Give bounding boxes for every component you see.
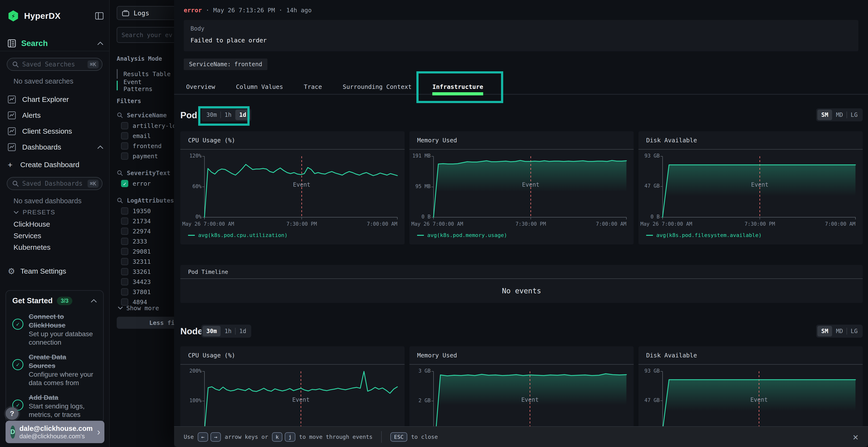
checkbox[interactable] bbox=[121, 122, 128, 129]
saved-searches-input[interactable]: ⌘K bbox=[7, 58, 102, 71]
size-option[interactable]: LG bbox=[847, 110, 862, 120]
filter-option[interactable]: 33261 bbox=[117, 267, 174, 277]
filter-group: ServiceName artillery-loa emai bbox=[117, 110, 174, 161]
checkbox[interactable] bbox=[121, 142, 128, 149]
size-option[interactable]: SM bbox=[817, 326, 832, 337]
size-option-label: MD bbox=[836, 328, 843, 335]
checklist-item[interactable]: ✓ Add Data Start sending logs, metrics, … bbox=[12, 393, 97, 419]
checkbox[interactable] bbox=[121, 132, 128, 139]
get-started-card: Get Started 3/3 ✓ Connect to ClickHouse … bbox=[5, 290, 104, 423]
event-marker-label: Event bbox=[522, 181, 539, 188]
range-option[interactable]: 1d bbox=[235, 326, 250, 337]
event-search-field[interactable] bbox=[122, 32, 174, 38]
detail-tab[interactable]: Infrastructure bbox=[432, 79, 483, 94]
checklist-item[interactable]: ✓ Create Data Sources Configure where yo… bbox=[12, 353, 97, 387]
checkbox[interactable] bbox=[121, 248, 128, 255]
filter-option[interactable]: frontend bbox=[117, 141, 174, 151]
size-option[interactable]: SM bbox=[817, 110, 832, 120]
range-option[interactable]: 30m bbox=[203, 110, 221, 120]
filter-options: 19350 21734 22974 bbox=[117, 206, 174, 307]
analysis-mode-option[interactable]: Event Patterns bbox=[117, 80, 174, 91]
journal-icon bbox=[8, 39, 16, 47]
filter-option[interactable]: 22974 bbox=[117, 226, 174, 236]
saved-dashboards-input[interactable]: ⌘K bbox=[7, 177, 102, 190]
filter-option[interactable]: 29081 bbox=[117, 246, 174, 256]
filter-option[interactable]: 37801 bbox=[117, 287, 174, 297]
checkbox[interactable] bbox=[121, 238, 128, 245]
checkbox[interactable] bbox=[121, 207, 128, 215]
range-option[interactable]: 30m bbox=[203, 326, 221, 337]
checkbox[interactable] bbox=[121, 228, 128, 235]
detail-tab[interactable]: Surrounding Context bbox=[343, 79, 411, 94]
filter-option-label: email bbox=[133, 133, 151, 139]
filter-option[interactable]: artillery-loa bbox=[117, 121, 174, 131]
filter-group-header[interactable]: ServiceName bbox=[117, 110, 174, 121]
sidebar-item-search[interactable]: Search bbox=[8, 37, 103, 50]
analysis-mode-option-label: Results Table bbox=[123, 71, 171, 77]
less-filters-button[interactable]: Less fil bbox=[117, 317, 174, 329]
user-account-button[interactable]: D dale@clickhouse.com dale@clickhouse.co… bbox=[5, 421, 104, 443]
checkbox[interactable] bbox=[121, 278, 128, 285]
preset-dashboard-link[interactable]: ClickHouse bbox=[13, 218, 51, 230]
close-icon[interactable]: ✕ bbox=[853, 432, 858, 442]
checkbox[interactable] bbox=[121, 288, 128, 296]
team-settings-button[interactable]: ⚙ Team Settings bbox=[8, 265, 103, 278]
sidebar-nav-label: Dashboards bbox=[22, 143, 61, 151]
filter-option-label: frontend bbox=[133, 143, 161, 149]
filter-option[interactable]: 21734 bbox=[117, 216, 174, 226]
filter-option[interactable]: 34423 bbox=[117, 277, 174, 287]
event-search-input[interactable] bbox=[117, 27, 174, 43]
filter-option[interactable]: payment bbox=[117, 151, 174, 161]
service-name-tag[interactable]: ServiceName: frontend bbox=[184, 59, 268, 70]
preset-label: Services bbox=[13, 232, 41, 240]
checkbox[interactable] bbox=[121, 180, 128, 187]
checkbox[interactable] bbox=[121, 152, 128, 160]
show-more-toggle[interactable]: Show more bbox=[117, 303, 159, 313]
chevron-up-icon[interactable] bbox=[91, 299, 97, 303]
help-button[interactable]: ? bbox=[5, 407, 19, 420]
sidebar-nav-item[interactable]: Client Sessions bbox=[8, 123, 103, 139]
preset-dashboard-link[interactable]: Services bbox=[13, 230, 51, 242]
filter-group-header[interactable]: LogAttributes bbox=[117, 195, 174, 206]
analysis-mode-list: Results Table Event Patterns bbox=[117, 68, 174, 91]
create-dashboard-button[interactable]: + Create Dashboard bbox=[8, 159, 103, 171]
team-settings-label: Team Settings bbox=[20, 267, 66, 275]
size-option[interactable]: MD bbox=[832, 110, 847, 120]
checkbox[interactable] bbox=[121, 268, 128, 275]
size-option[interactable]: LG bbox=[847, 326, 862, 337]
preset-dashboard-link[interactable]: Kubernetes bbox=[13, 242, 51, 253]
filter-option[interactable]: error bbox=[117, 178, 174, 188]
checkbox[interactable] bbox=[121, 258, 128, 265]
filter-option[interactable]: email bbox=[117, 131, 174, 141]
gear-icon: ⚙ bbox=[8, 266, 15, 276]
detail-tab[interactable]: Overview bbox=[186, 79, 215, 94]
range-option[interactable]: 1h bbox=[221, 110, 235, 120]
collapse-sidebar-icon[interactable] bbox=[95, 12, 103, 20]
sidebar-nav-item[interactable]: Dashboards bbox=[8, 139, 103, 155]
checklist-item[interactable]: ✓ Connect to ClickHouse Set up your data… bbox=[12, 312, 97, 347]
sidebar-nav-item[interactable]: Chart Explorer bbox=[8, 92, 103, 107]
saved-searches-field[interactable] bbox=[22, 61, 84, 68]
checkbox[interactable] bbox=[121, 217, 128, 225]
detail-tab[interactable]: Trace bbox=[304, 79, 322, 94]
detail-tab[interactable]: Column Values bbox=[236, 79, 283, 94]
range-option[interactable]: 1h bbox=[221, 326, 235, 337]
filter-option[interactable]: 2333 bbox=[117, 236, 174, 246]
analysis-mode-option[interactable]: Results Table bbox=[117, 68, 174, 80]
detail-tab-label: Surrounding Context bbox=[343, 83, 411, 90]
filter-option[interactable]: 19350 bbox=[117, 206, 174, 216]
range-option[interactable]: 1d bbox=[235, 110, 250, 120]
sidebar-nav-item[interactable]: Alerts bbox=[8, 107, 103, 123]
filter-group-header[interactable]: SeverityText bbox=[117, 167, 174, 178]
filter-option[interactable]: 32311 bbox=[117, 256, 174, 267]
chart-card-pod-disk: Disk Available 93 GB47 GB0 BMay 26 7:00:… bbox=[639, 131, 863, 244]
avatar: D bbox=[10, 425, 15, 439]
size-option[interactable]: MD bbox=[832, 326, 847, 337]
source-selector-button[interactable]: Logs bbox=[117, 6, 174, 20]
keycap: k bbox=[272, 432, 282, 442]
hyperdx-app: ⚡ HyperDX Search ⌘K No saved searches bbox=[0, 0, 868, 447]
sidebar-nav-label: Alerts bbox=[22, 111, 41, 119]
esc-keycap: ESC bbox=[390, 432, 407, 442]
saved-dashboards-field[interactable] bbox=[22, 180, 84, 187]
presets-toggle[interactable]: PRESETS bbox=[13, 209, 55, 216]
